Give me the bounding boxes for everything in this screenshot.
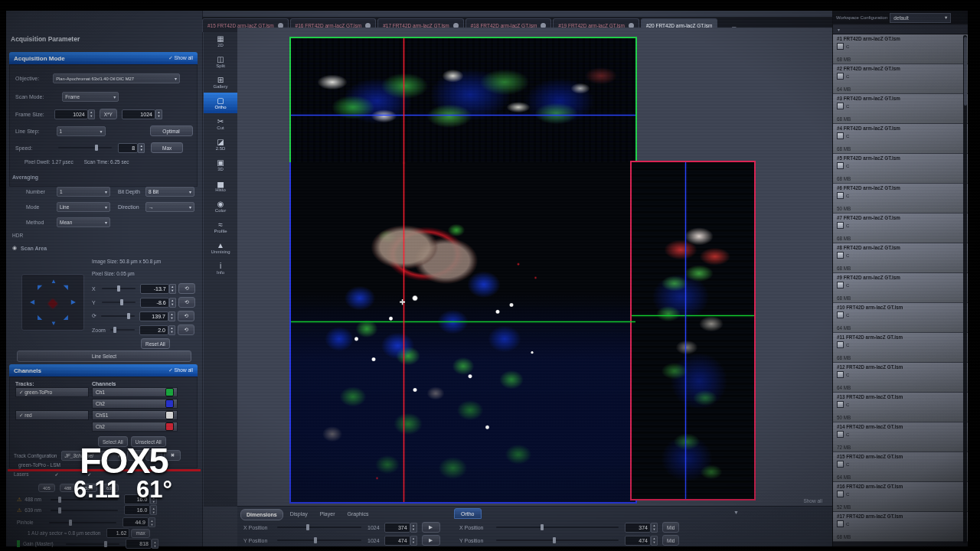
tab-ortho[interactable]: ▢Ortho — [204, 93, 237, 113]
file-item[interactable]: #1 FRT42D arm-lacZ GT.lsmC68 MB — [833, 34, 968, 64]
x-position-input[interactable]: 374 — [384, 523, 410, 533]
gain-slider[interactable] — [66, 543, 119, 545]
x-position-spinner[interactable]: ▲▼ — [410, 523, 417, 533]
ortho-canvas[interactable]: ✛ Show all — [237, 28, 836, 511]
yz-blue-crosshair[interactable] — [685, 162, 686, 499]
bit-depth-dropdown[interactable]: 8 Bit▾ — [145, 187, 194, 197]
panel-collapse-icon[interactable]: ▼ — [733, 510, 739, 515]
tab-player[interactable]: Player — [315, 509, 341, 519]
show-all-checkbox[interactable]: ✓ Show all — [168, 55, 193, 61]
gain-value[interactable]: 818 — [126, 539, 152, 549]
ortho-bottom-tab[interactable]: Ortho — [454, 508, 482, 519]
y-position-input[interactable]: 474 — [384, 536, 410, 546]
file-item[interactable]: #11 FRT42D arm-lacZ GT.lsmC68 MB — [833, 333, 968, 363]
x-offset-slider[interactable] — [102, 288, 136, 289]
file-list-scrollbar[interactable] — [963, 35, 967, 543]
airy-max-button[interactable]: max — [131, 529, 149, 538]
file-item[interactable]: #16 FRT42D arm-lacZ GT.lsmC52 MB — [833, 482, 968, 512]
reset-all-button[interactable]: Reset All — [141, 338, 170, 349]
tab-2d[interactable]: ▦2D — [204, 31, 237, 51]
tab-profile[interactable]: ≈Profile — [204, 217, 237, 237]
frame-x-spinner[interactable]: ▲▼ — [88, 109, 95, 119]
yz-green-crosshair[interactable] — [632, 315, 754, 316]
tab-3d[interactable]: ▣3D — [204, 155, 237, 175]
xy-button[interactable]: X*Y — [100, 109, 117, 119]
channel-ch1-color-swatch[interactable] — [165, 388, 174, 396]
method-dropdown[interactable]: Mean▾ — [57, 217, 110, 227]
canvas-show-all[interactable]: Show all — [803, 498, 822, 504]
laser-639-slider[interactable] — [51, 510, 118, 511]
xz-red-crosshair[interactable] — [403, 38, 404, 164]
file-item[interactable]: #12 FRT42D arm-lacZ GT.lsmC64 MB — [833, 363, 968, 393]
rotation-spinner[interactable]: ▲▼ — [168, 311, 175, 321]
number-dropdown[interactable]: 1▾ — [57, 187, 110, 197]
file-item[interactable]: #14 FRT42D arm-lacZ GT.lsmC72 MB — [833, 422, 968, 452]
rotation-reset-button[interactable]: ⟲ — [178, 311, 194, 321]
ortho-y-mid-button[interactable]: Mid — [662, 535, 679, 546]
y-offset-slider[interactable] — [102, 302, 136, 303]
tab-dimensions[interactable]: Dimensions — [240, 509, 283, 520]
scan-area-radio[interactable]: ◉ — [12, 245, 17, 251]
direction-dropdown[interactable]: →▾ — [145, 202, 194, 212]
x-play-button[interactable]: ▶ — [422, 522, 440, 533]
line-step-dropdown[interactable]: 1▾ — [57, 126, 106, 136]
file-item[interactable]: #2 FRT42D arm-lacZ GT.lsmC64 MB — [833, 64, 968, 94]
speed-slider-knob[interactable] — [95, 145, 98, 151]
rotation-slider[interactable] — [101, 315, 135, 317]
max-speed-button[interactable]: Max — [151, 142, 183, 153]
pinhole-spinner[interactable]: ▲▼ — [149, 517, 155, 527]
file-item[interactable]: #3 FRT42D arm-lacZ GT.lsmC68 MB — [833, 94, 968, 124]
ortho-y-input[interactable]: 474 — [625, 536, 651, 546]
x-position-slider[interactable] — [277, 527, 361, 528]
scan-mode-dropdown[interactable]: Frame▾ — [62, 92, 119, 102]
laser-405-tab[interactable]: 405 — [38, 484, 55, 492]
y-position-slider[interactable] — [277, 540, 361, 541]
laser-639-spinner[interactable]: ▲▼ — [150, 505, 157, 515]
tab-gallery[interactable]: ⊞Gallery — [204, 72, 237, 93]
tab-2-5d[interactable]: ◪2.5D — [204, 134, 237, 155]
tab-unmixing[interactable]: ▲Unmixing — [204, 237, 237, 258]
zoom-reset-button[interactable]: ⟲ — [178, 324, 194, 335]
channel-ch2-blue[interactable]: Ch2 — [92, 399, 178, 409]
laser-639-power[interactable]: 16.0 — [124, 505, 150, 515]
file-item[interactable]: #4 FRT42D arm-lacZ GT.lsmC68 MB — [833, 124, 968, 154]
objective-dropdown[interactable]: Plan-Apochromat 63x/1.40 Oil DIC M27▾ — [53, 73, 180, 83]
tab-cut[interactable]: ✂Cut — [204, 113, 237, 134]
y-play-button[interactable]: ▶ — [422, 535, 440, 546]
channel-ch2-color-swatch[interactable] — [165, 399, 174, 408]
line-select-button[interactable]: Line Select — [17, 350, 191, 362]
file-item[interactable]: #17 FRT42D arm-lacZ GT.lsmC68 MB — [833, 512, 968, 542]
x-offset-spinner[interactable]: ▲▼ — [169, 284, 176, 294]
pinhole-slider[interactable] — [49, 522, 116, 523]
file-item[interactable]: #5 FRT42D arm-lacZ GT.lsmC68 MB — [833, 154, 968, 184]
x-offset-reset-button[interactable]: ⟲ — [178, 283, 195, 294]
channel-chs1[interactable]: ChS1 — [92, 410, 178, 420]
frame-x-input[interactable]: 1024 — [54, 109, 88, 119]
tab-histo[interactable]: ▅Histo — [204, 175, 237, 196]
optimal-button[interactable]: Optimal — [150, 126, 193, 136]
track-green-topro[interactable]: ✓ green-ToPro — [15, 387, 89, 397]
file-item[interactable]: #15 FRT42D arm-lacZ GT.lsmC64 MB — [833, 452, 968, 482]
xz-blue-crosshair[interactable] — [291, 115, 635, 116]
tab-graphics[interactable]: Graphics — [341, 509, 374, 519]
channel-chs1-color-swatch[interactable] — [165, 411, 174, 419]
ortho-y-slider[interactable] — [496, 540, 619, 541]
zoom-input[interactable]: 2.0 — [139, 325, 168, 335]
scan-area-navigator[interactable]: ◆ ▲ ▼ ◀ ▶ ◤ ◥ ◣ ◢ — [21, 274, 84, 331]
frame-y-spinner[interactable]: ▲▼ — [155, 109, 162, 119]
zoom-slider[interactable] — [110, 329, 135, 331]
y-offset-input[interactable]: -8.6 — [140, 298, 169, 308]
channel-ch1[interactable]: Ch1 — [92, 387, 178, 397]
ortho-yz-view[interactable] — [630, 161, 756, 500]
speed-input[interactable]: 8 — [118, 143, 138, 153]
track-red[interactable]: ✓ red — [15, 410, 89, 420]
tab-split[interactable]: ◫Split — [204, 51, 237, 72]
acquisition-mode-header[interactable]: Acquisition Mode ✓ Show all — [9, 52, 198, 64]
x-offset-input[interactable]: -13.7 — [140, 284, 169, 294]
rotation-input[interactable]: 139.7 — [139, 311, 168, 321]
mode-dropdown[interactable]: Line▾ — [57, 202, 110, 212]
y-offset-spinner[interactable]: ▲▼ — [169, 298, 176, 308]
file-item[interactable]: #6 FRT42D arm-lacZ GT.lsmC50 MB — [833, 184, 968, 214]
speed-slider[interactable] — [58, 147, 112, 148]
ortho-x-mid-button[interactable]: Mid — [662, 522, 679, 533]
